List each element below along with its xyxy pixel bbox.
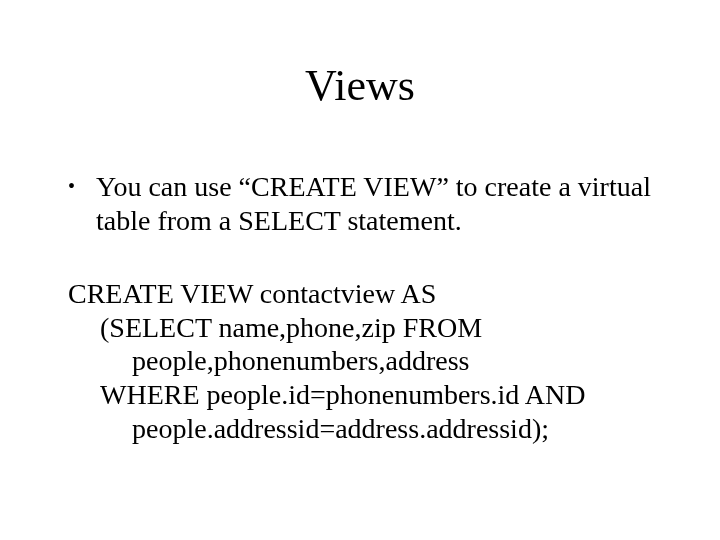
code-line: WHERE people.id=phonenumbers.id AND bbox=[68, 378, 660, 412]
bullet-item: • You can use “CREATE VIEW” to create a … bbox=[68, 170, 660, 237]
code-line: people,phonenumbers,address bbox=[68, 344, 660, 378]
code-line: (SELECT name,phone,zip FROM bbox=[68, 311, 660, 345]
bullet-text: You can use “CREATE VIEW” to create a vi… bbox=[96, 170, 660, 237]
bullet-marker-icon: • bbox=[68, 170, 96, 202]
slide-title: Views bbox=[0, 60, 720, 111]
sql-code-block: CREATE VIEW contactview AS (SELECT name,… bbox=[68, 277, 660, 445]
code-line: CREATE VIEW contactview AS bbox=[68, 277, 660, 311]
slide: Views • You can use “CREATE VIEW” to cre… bbox=[0, 0, 720, 540]
code-line: people.addressid=address.addressid); bbox=[68, 412, 660, 446]
slide-body: • You can use “CREATE VIEW” to create a … bbox=[68, 170, 660, 445]
